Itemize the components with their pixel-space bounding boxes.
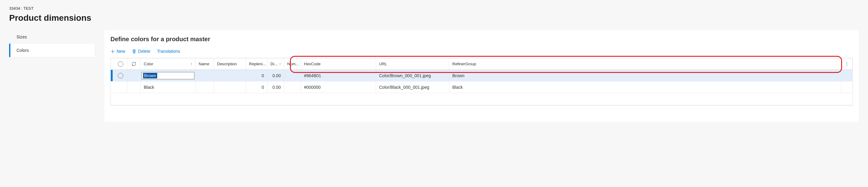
row-select[interactable] [114, 82, 127, 93]
data-grid: Color ↑ Name Description Repleni... Di..… [111, 58, 853, 105]
col-header-color[interactable]: Color ↑ [141, 58, 196, 69]
col-header-name[interactable]: Name [196, 58, 214, 69]
toolbar: New Delete Translations [111, 49, 853, 54]
row-marker [111, 82, 114, 93]
page-title: Product dimensions [9, 13, 859, 23]
cell-refiner[interactable]: Brown [449, 70, 841, 81]
grid-header-row: Color ↑ Name Description Repleni... Di..… [111, 58, 852, 70]
tab-label: Sizes [17, 34, 27, 39]
row-marker [111, 70, 114, 81]
empty-row [111, 93, 852, 105]
cell-description[interactable] [214, 82, 246, 93]
cell-replen[interactable]: 0 [246, 70, 267, 81]
delete-label: Delete [138, 49, 150, 54]
header-label: Description [217, 62, 237, 66]
tab-sizes[interactable]: Sizes [9, 30, 95, 43]
cell-di[interactable]: 0.00 [267, 70, 284, 81]
edit-wrap: Brown [142, 72, 194, 79]
new-button[interactable]: New [111, 49, 125, 54]
header-label: Name [199, 62, 209, 66]
header-label: Repleni... [249, 62, 266, 66]
cell-color[interactable]: Black [141, 82, 196, 93]
table-row[interactable]: Brown 0 0.00 #964B01 Color/Brown_000_001… [111, 70, 852, 82]
col-header-replen[interactable]: Repleni... [246, 58, 267, 69]
refresh-header[interactable] [127, 58, 141, 69]
cell-num[interactable] [284, 70, 301, 81]
cell-di[interactable]: 0.00 [267, 82, 284, 93]
new-label: New [117, 49, 125, 54]
cell-name[interactable] [196, 82, 214, 93]
table-row[interactable]: Black 0 0.00 #000000 Color/Black_000_001… [111, 82, 852, 93]
row-select[interactable] [114, 70, 127, 81]
cell-num[interactable] [284, 82, 301, 93]
header-label: Num... [287, 62, 299, 66]
col-header-description[interactable]: Description [214, 58, 246, 69]
cell-refiner[interactable]: Black [449, 82, 841, 93]
tab-label: Colors [17, 48, 29, 53]
select-all-header[interactable] [114, 58, 127, 69]
tab-colors[interactable]: Colors [9, 43, 95, 57]
row-spacer [127, 70, 141, 81]
marker-header [111, 58, 114, 69]
header-label: RefinerGroup [452, 62, 476, 66]
cell-hex[interactable]: #964B01 [301, 70, 376, 81]
translations-button[interactable]: Translations [157, 49, 180, 54]
header-label: Color [144, 62, 153, 66]
cell-description[interactable] [214, 70, 246, 81]
cell-more [841, 70, 852, 81]
col-header-refiner[interactable]: RefinerGroup [449, 58, 841, 69]
breadcrumb: 33434 : TEST [9, 6, 859, 11]
main-panel: Define colors for a product master New D… [104, 30, 859, 122]
row-spacer [127, 82, 141, 93]
cell-url[interactable]: Color/Brown_000_001.jpeg [376, 70, 449, 81]
more-icon: ⋮ [845, 62, 849, 66]
plus-icon [111, 49, 115, 54]
col-header-num[interactable]: Num... [284, 58, 301, 69]
trash-icon [132, 49, 136, 54]
header-label: HexCode [304, 62, 320, 66]
refresh-icon [131, 62, 136, 66]
col-header-url[interactable]: URL [376, 58, 449, 69]
cell-color[interactable]: Brown [141, 70, 196, 81]
section-title: Define colors for a product master [111, 36, 853, 43]
cell-more [841, 82, 852, 93]
col-header-hex[interactable]: HexCode [301, 58, 376, 69]
translations-label: Translations [157, 49, 180, 54]
col-header-di[interactable]: Di... ↑ [267, 58, 284, 69]
sort-asc-icon: ↑ [279, 62, 281, 66]
sidebar: Sizes Colors [9, 30, 95, 122]
col-header-more[interactable]: ⋮ [841, 58, 852, 69]
cell-name[interactable] [196, 70, 214, 81]
cell-url[interactable]: Color/Black_000_001.jpeg [376, 82, 449, 93]
circle-icon [118, 73, 123, 79]
sort-asc-icon: ↑ [190, 62, 192, 66]
cell-hex[interactable]: #000000 [301, 82, 376, 93]
header-label: Di... [271, 62, 277, 66]
cell-replen[interactable]: 0 [246, 82, 267, 93]
circle-icon [118, 61, 123, 67]
header-label: URL [379, 62, 387, 66]
delete-button[interactable]: Delete [132, 49, 150, 54]
cell-value: Brown [143, 73, 157, 79]
